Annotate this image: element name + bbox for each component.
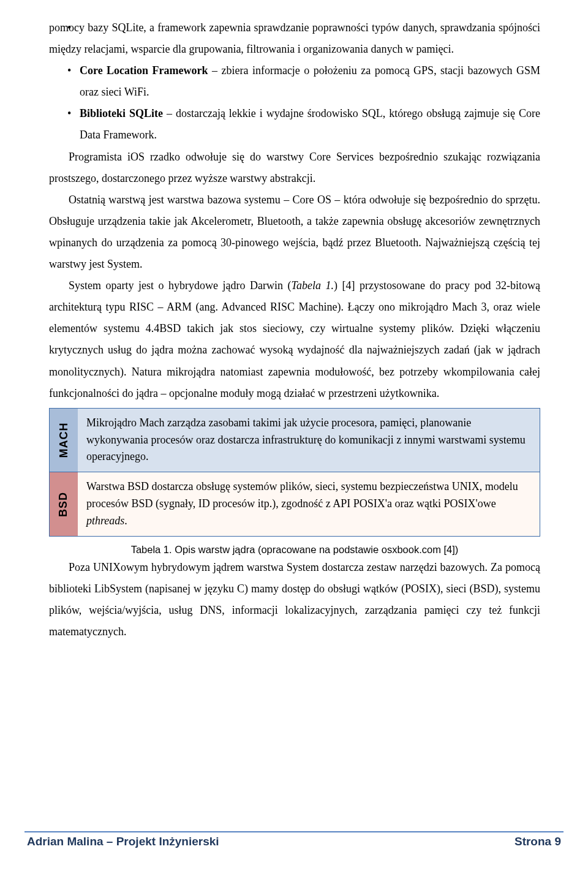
bullet-item: pomocy bazy SQLite, a framework zapewnia… xyxy=(49,17,540,60)
para3-italic: Tabela 1. xyxy=(292,279,334,292)
paragraph-2: Ostatnią warstwą jest warstwa bazowa sys… xyxy=(49,189,540,275)
bsd-text-b: . xyxy=(124,515,127,527)
bsd-description: Warstwa BSD dostarcza obsługę systemów p… xyxy=(78,472,540,536)
bsd-text-a: Warstwa BSD dostarcza obsługę systemów p… xyxy=(86,480,518,510)
mach-description: Mikrojądro Mach zarządza zasobami takimi… xyxy=(78,409,540,472)
para3-b: ) [4] przystosowane do pracy pod 32-bito… xyxy=(49,279,540,399)
page-footer: Adrian Malina – Projekt Inżynierski Stro… xyxy=(24,831,564,848)
paragraph-3: System oparty jest o hybrydowe jądro Dar… xyxy=(49,275,540,404)
para3-a: System oparty jest o hybrydowe jądro Dar… xyxy=(69,279,292,292)
table-caption: Tabela 1. Opis warstw jądra (opracowane … xyxy=(49,544,540,556)
footer-right-text: Strona 9 xyxy=(514,835,564,848)
bullet-item: Core Location Framework – zbiera informa… xyxy=(49,60,540,103)
mach-side-label-cell: MACH xyxy=(50,409,78,472)
bsd-vertical-label: BSD xyxy=(57,492,70,517)
bsd-text-italic: pthreads xyxy=(86,515,124,527)
table-row: MACH Mikrojądro Mach zarządza zasobami t… xyxy=(49,408,540,473)
bullet-intro-text: pomocy bazy SQLite, a framework zapewnia… xyxy=(49,21,540,55)
bsd-side-label-cell: BSD xyxy=(50,472,78,536)
kernel-layers-table: MACH Mikrojądro Mach zarządza zasobami t… xyxy=(49,408,540,537)
mach-vertical-label: MACH xyxy=(58,423,70,458)
table-row: BSD Warstwa BSD dostarcza obsługę system… xyxy=(49,472,540,537)
bullet-bold-1: Biblioteki SQLite xyxy=(80,107,163,119)
paragraph-4: Poza UNIXowym hybrydowym jądrem warstwa … xyxy=(49,557,540,643)
footer-left-text: Adrian Malina – Projekt Inżynierski xyxy=(24,835,219,848)
paragraph-1: Programista iOS rzadko odwołuje się do w… xyxy=(49,146,540,189)
bullet-item: Biblioteki SQLite – dostarczają lekkie i… xyxy=(49,103,540,146)
bullet-bold-0: Core Location Framework xyxy=(80,64,208,77)
